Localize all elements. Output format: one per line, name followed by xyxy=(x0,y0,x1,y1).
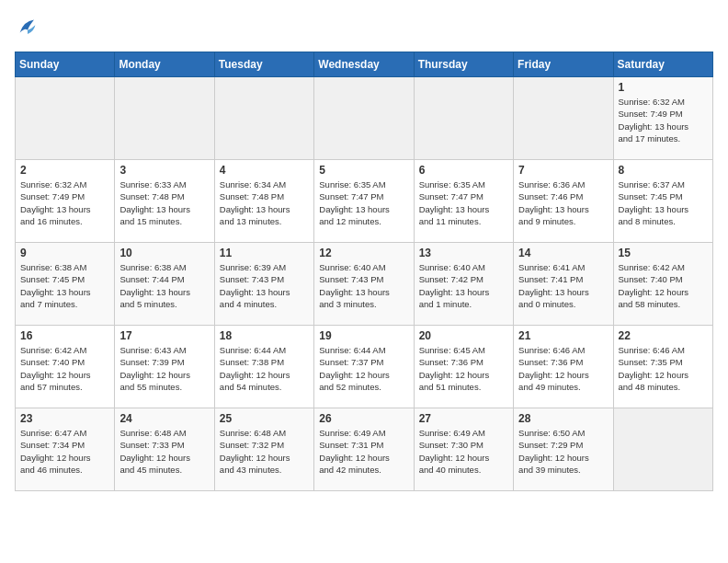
calendar-cell: 2Sunrise: 6:32 AM Sunset: 7:49 PM Daylig… xyxy=(16,160,115,243)
weekday-header-sunday: Sunday xyxy=(16,52,115,77)
day-number: 23 xyxy=(20,412,109,425)
day-info: Sunrise: 6:33 AM Sunset: 7:48 PM Dayligh… xyxy=(119,178,209,227)
calendar-cell: 22Sunrise: 6:46 AM Sunset: 7:35 PM Dayli… xyxy=(613,326,712,408)
day-info: Sunrise: 6:41 AM Sunset: 7:41 PM Dayligh… xyxy=(518,261,608,310)
day-number: 11 xyxy=(220,247,309,259)
day-info: Sunrise: 6:48 AM Sunset: 7:33 PM Dayligh… xyxy=(119,427,209,476)
day-number: 22 xyxy=(619,329,708,342)
day-number: 10 xyxy=(119,247,209,259)
calendar-week-row: 23Sunrise: 6:47 AM Sunset: 7:34 PM Dayli… xyxy=(16,408,713,491)
calendar-cell: 21Sunrise: 6:46 AM Sunset: 7:36 PM Dayli… xyxy=(514,326,613,408)
day-info: Sunrise: 6:44 AM Sunset: 7:37 PM Dayligh… xyxy=(319,344,408,393)
day-number: 20 xyxy=(419,329,508,342)
calendar-cell: 26Sunrise: 6:49 AM Sunset: 7:31 PM Dayli… xyxy=(314,408,414,491)
calendar-week-row: 1Sunrise: 6:32 AM Sunset: 7:49 PM Daylig… xyxy=(16,77,713,160)
calendar-week-row: 9Sunrise: 6:38 AM Sunset: 7:45 PM Daylig… xyxy=(16,243,713,326)
calendar-cell: 23Sunrise: 6:47 AM Sunset: 7:34 PM Dayli… xyxy=(16,408,115,491)
day-number: 19 xyxy=(319,329,408,342)
calendar-cell: 11Sunrise: 6:39 AM Sunset: 7:43 PM Dayli… xyxy=(214,243,313,326)
day-info: Sunrise: 6:32 AM Sunset: 7:49 PM Dayligh… xyxy=(619,96,708,144)
weekday-header-row: SundayMondayTuesdayWednesdayThursdayFrid… xyxy=(16,52,713,77)
day-info: Sunrise: 6:45 AM Sunset: 7:36 PM Dayligh… xyxy=(419,344,508,393)
weekday-header-tuesday: Tuesday xyxy=(214,52,313,77)
day-number: 24 xyxy=(119,412,209,425)
day-info: Sunrise: 6:46 AM Sunset: 7:36 PM Dayligh… xyxy=(518,344,608,393)
calendar-week-row: 16Sunrise: 6:42 AM Sunset: 7:40 PM Dayli… xyxy=(16,326,713,408)
calendar-cell xyxy=(214,77,313,160)
calendar-cell xyxy=(414,77,513,160)
weekday-header-thursday: Thursday xyxy=(414,52,513,77)
calendar-cell: 28Sunrise: 6:50 AM Sunset: 7:29 PM Dayli… xyxy=(514,408,613,491)
day-number: 14 xyxy=(518,247,608,259)
calendar-cell: 27Sunrise: 6:49 AM Sunset: 7:30 PM Dayli… xyxy=(414,408,513,491)
day-number: 12 xyxy=(319,247,408,259)
day-info: Sunrise: 6:42 AM Sunset: 7:40 PM Dayligh… xyxy=(20,344,109,393)
calendar-cell: 8Sunrise: 6:37 AM Sunset: 7:45 PM Daylig… xyxy=(613,160,712,243)
day-info: Sunrise: 6:40 AM Sunset: 7:42 PM Dayligh… xyxy=(419,261,508,310)
day-info: Sunrise: 6:44 AM Sunset: 7:38 PM Dayligh… xyxy=(220,344,309,393)
calendar-cell: 10Sunrise: 6:38 AM Sunset: 7:44 PM Dayli… xyxy=(115,243,214,326)
day-number: 6 xyxy=(419,164,508,177)
calendar-cell: 7Sunrise: 6:36 AM Sunset: 7:46 PM Daylig… xyxy=(514,160,613,243)
calendar-cell: 25Sunrise: 6:48 AM Sunset: 7:32 PM Dayli… xyxy=(214,408,313,491)
day-number: 27 xyxy=(419,412,508,425)
day-number: 25 xyxy=(220,412,309,425)
calendar-cell xyxy=(314,77,414,160)
weekday-header-friday: Friday xyxy=(514,52,613,77)
calendar-week-row: 2Sunrise: 6:32 AM Sunset: 7:49 PM Daylig… xyxy=(16,160,713,243)
day-info: Sunrise: 6:49 AM Sunset: 7:30 PM Dayligh… xyxy=(419,427,508,476)
day-number: 1 xyxy=(619,81,708,94)
day-number: 7 xyxy=(518,164,608,177)
calendar-cell: 24Sunrise: 6:48 AM Sunset: 7:33 PM Dayli… xyxy=(115,408,214,491)
calendar-cell xyxy=(613,408,712,491)
calendar-cell: 15Sunrise: 6:42 AM Sunset: 7:40 PM Dayli… xyxy=(613,243,712,326)
calendar-cell: 4Sunrise: 6:34 AM Sunset: 7:48 PM Daylig… xyxy=(214,160,313,243)
day-number: 15 xyxy=(619,247,708,259)
day-number: 5 xyxy=(319,164,408,177)
day-info: Sunrise: 6:38 AM Sunset: 7:45 PM Dayligh… xyxy=(20,261,109,310)
calendar-cell: 19Sunrise: 6:44 AM Sunset: 7:37 PM Dayli… xyxy=(314,326,414,408)
calendar-cell xyxy=(514,77,613,160)
day-info: Sunrise: 6:42 AM Sunset: 7:40 PM Dayligh… xyxy=(619,261,708,310)
logo-bird-icon xyxy=(15,15,40,40)
day-info: Sunrise: 6:35 AM Sunset: 7:47 PM Dayligh… xyxy=(419,178,508,227)
calendar-table: SundayMondayTuesdayWednesdayThursdayFrid… xyxy=(15,52,713,491)
day-info: Sunrise: 6:46 AM Sunset: 7:35 PM Dayligh… xyxy=(619,344,708,393)
weekday-header-wednesday: Wednesday xyxy=(314,52,414,77)
day-info: Sunrise: 6:47 AM Sunset: 7:34 PM Dayligh… xyxy=(20,427,109,476)
day-info: Sunrise: 6:39 AM Sunset: 7:43 PM Dayligh… xyxy=(220,261,309,310)
day-number: 18 xyxy=(220,329,309,342)
calendar-cell: 16Sunrise: 6:42 AM Sunset: 7:40 PM Dayli… xyxy=(16,326,115,408)
day-number: 17 xyxy=(119,329,209,342)
page-header xyxy=(15,15,713,40)
calendar-cell: 5Sunrise: 6:35 AM Sunset: 7:47 PM Daylig… xyxy=(314,160,414,243)
calendar-cell: 20Sunrise: 6:45 AM Sunset: 7:36 PM Dayli… xyxy=(414,326,513,408)
day-info: Sunrise: 6:48 AM Sunset: 7:32 PM Dayligh… xyxy=(220,427,309,476)
weekday-header-saturday: Saturday xyxy=(613,52,712,77)
weekday-header-monday: Monday xyxy=(115,52,214,77)
day-info: Sunrise: 6:32 AM Sunset: 7:49 PM Dayligh… xyxy=(20,178,109,227)
calendar-cell: 6Sunrise: 6:35 AM Sunset: 7:47 PM Daylig… xyxy=(414,160,513,243)
day-number: 21 xyxy=(518,329,608,342)
day-number: 13 xyxy=(419,247,508,259)
day-number: 26 xyxy=(319,412,408,425)
day-info: Sunrise: 6:38 AM Sunset: 7:44 PM Dayligh… xyxy=(119,261,209,310)
calendar-cell: 3Sunrise: 6:33 AM Sunset: 7:48 PM Daylig… xyxy=(115,160,214,243)
calendar-cell: 9Sunrise: 6:38 AM Sunset: 7:45 PM Daylig… xyxy=(16,243,115,326)
day-number: 8 xyxy=(619,164,708,177)
calendar-cell: 1Sunrise: 6:32 AM Sunset: 7:49 PM Daylig… xyxy=(613,77,712,160)
day-number: 4 xyxy=(220,164,309,177)
day-info: Sunrise: 6:36 AM Sunset: 7:46 PM Dayligh… xyxy=(518,178,608,227)
day-info: Sunrise: 6:50 AM Sunset: 7:29 PM Dayligh… xyxy=(518,427,608,476)
calendar-cell: 13Sunrise: 6:40 AM Sunset: 7:42 PM Dayli… xyxy=(414,243,513,326)
day-number: 16 xyxy=(20,329,109,342)
day-info: Sunrise: 6:34 AM Sunset: 7:48 PM Dayligh… xyxy=(220,178,309,227)
calendar-cell: 18Sunrise: 6:44 AM Sunset: 7:38 PM Dayli… xyxy=(214,326,313,408)
day-info: Sunrise: 6:35 AM Sunset: 7:47 PM Dayligh… xyxy=(319,178,408,227)
day-number: 2 xyxy=(20,164,109,177)
calendar-cell xyxy=(115,77,214,160)
calendar-cell: 14Sunrise: 6:41 AM Sunset: 7:41 PM Dayli… xyxy=(514,243,613,326)
day-info: Sunrise: 6:40 AM Sunset: 7:43 PM Dayligh… xyxy=(319,261,408,310)
day-number: 9 xyxy=(20,247,109,259)
calendar-cell: 17Sunrise: 6:43 AM Sunset: 7:39 PM Dayli… xyxy=(115,326,214,408)
